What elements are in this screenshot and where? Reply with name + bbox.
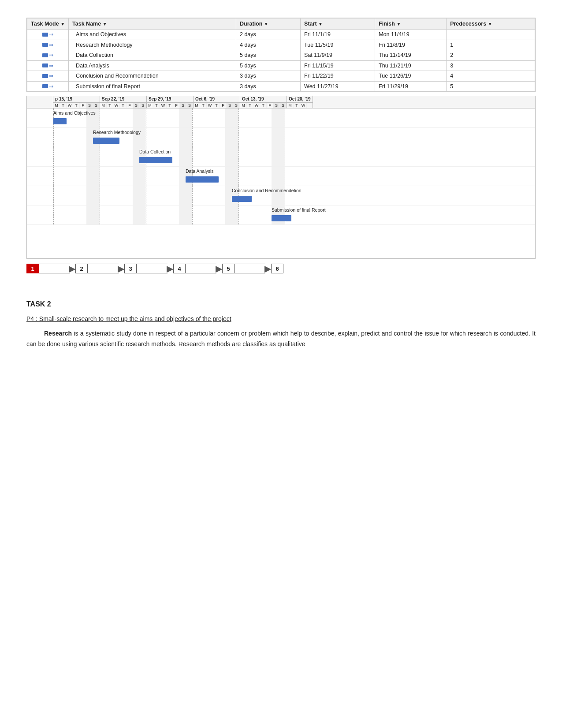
task-mode-cell: ⇒ [27,60,69,71]
col-header-predecessors[interactable]: Predecessors ▼ [447,19,535,30]
day-cell: W [113,103,120,108]
start-cell: Fri 11/15/19 [301,60,375,71]
task2-paragraph: Research is a systematic study done in r… [26,329,536,350]
chart-row-left [27,147,53,166]
gantt-bar-label: Submission of final Report [272,207,326,213]
nav-item[interactable]: 2▶ [75,263,124,274]
nav-connector [88,264,119,273]
date-group: Sep 22, '19MTWTFSS [100,96,147,108]
task-icon: ⇒ [42,31,53,37]
task2-bold-word: Research [44,330,72,337]
finish-cell: Thu 11/21/19 [375,60,447,71]
navigation-bar: 1▶2▶3▶4▶5▶6 [26,263,536,274]
date-label: Sep 22, '19 [100,96,146,103]
nav-box[interactable]: 4 [173,264,186,273]
gantt-bar-label: Aims and Objectives [53,110,96,116]
date-label: Oct 13, '19 [240,96,287,103]
task2-paragraph-text: is a systematic study done in respect of… [26,330,536,347]
col-header-task-name[interactable]: Task Name ▼ [69,19,236,30]
task-name-cell: Data Collection [69,50,236,61]
date-group: Oct 13, '19MTWTFSS [240,96,287,108]
gantt-bar-label: Data Collection [139,149,171,154]
task2-body: Research is a systematic study done in r… [26,329,536,350]
start-cell: Wed 11/27/19 [301,81,375,92]
day-cell: M [100,103,107,108]
predecessors-cell: 5 [447,81,535,92]
day-cell: T [73,103,80,108]
day-cell: S [227,103,233,108]
day-cell: S [93,103,100,108]
task-icon: ⇒ [42,63,53,69]
col-header-duration[interactable]: Duration ▼ [236,19,300,30]
gantt-bar [53,118,67,124]
nav-item[interactable]: 6 [271,264,283,273]
task-mode-cell: ⇒ [27,50,69,61]
gantt-table-container: Task Mode ▼ Task Name ▼ Duration ▼ Start… [26,18,536,92]
chart-header: p 15, '19MTWTFSSSep 22, '19MTWTFSSSep 29… [27,96,535,108]
chart-header-left [27,96,53,108]
day-cell: S [280,103,287,108]
day-cell: M [287,103,294,108]
gantt-chart: p 15, '19MTWTFSSSep 22, '19MTWTFSSSep 29… [26,96,536,259]
duration-cell: 4 days [236,40,300,50]
chart-row-content: Data Analysis [53,167,535,186]
task-name-cell: Aims and Objectives [69,30,236,40]
day-cell: W [67,103,73,108]
chart-row-left [27,167,53,186]
nav-arrow-icon: ▶ [69,263,75,274]
task2-subtitle: P4 : Small-scale research to meet up the… [26,315,536,322]
nav-item[interactable]: 4▶ [173,263,222,274]
gantt-bar [186,176,219,183]
gantt-bar [232,196,252,202]
nav-connector [137,264,167,273]
table-row: ⇒Conclusion and Recommendetion3 daysFri … [27,71,535,82]
col-header-task-mode[interactable]: Task Mode ▼ [27,19,69,30]
chart-dates: p 15, '19MTWTFSSSep 22, '19MTWTFSSSep 29… [53,96,535,108]
task-mode-cell: ⇒ [27,30,69,40]
date-label: p 15, '19 [53,96,100,103]
day-cell: T [167,103,173,108]
date-group: Sep 29, '19MTWTFSS [147,96,194,108]
chart-row-content: Research Methodology [53,128,535,147]
nav-item[interactable]: 1▶ [26,263,75,274]
nav-item[interactable]: 5▶ [222,263,271,274]
table-row: ⇒Research Methodology4 daysTue 11/5/19Fr… [27,40,535,50]
nav-item[interactable]: 3▶ [124,263,173,274]
day-cell: F [267,103,273,108]
finish-cell: Mon 11/4/19 [375,30,447,40]
finish-cell: Fri 11/8/19 [375,40,447,50]
day-cell: S [186,103,193,108]
duration-cell: 5 days [236,60,300,71]
chart-row-left [27,128,53,147]
predecessors-cell [447,30,535,40]
finish-cell: Thu 11/14/19 [375,50,447,61]
duration-cell: 2 days [236,30,300,40]
day-cell: T [213,103,220,108]
nav-box[interactable]: 2 [75,264,88,273]
nav-box[interactable]: 5 [222,264,234,273]
gantt-bar-label: Conclusion and Recommendetion [232,188,301,193]
chart-row: Research Methodology [27,128,535,147]
start-cell: Fri 11/1/19 [301,30,375,40]
day-cell: S [133,103,140,108]
chart-row: Conclusion and Recommendetion [27,186,535,205]
col-header-finish[interactable]: Finish ▼ [375,19,447,30]
day-cell: T [247,103,253,108]
task2-title: TASK 2 [26,300,536,308]
table-row: ⇒Data Collection5 daysSat 11/9/19Thu 11/… [27,50,535,61]
nav-box[interactable]: 1 [26,264,39,273]
predecessors-cell: 1 [447,40,535,50]
date-group: Oct 6, '19MTWTFSS [194,96,240,108]
task-name-cell: Data Analysis [69,60,236,71]
nav-connector [39,264,70,273]
col-header-start[interactable]: Start ▼ [301,19,375,30]
chart-row: Submission of final Report [27,205,535,225]
start-cell: Tue 11/5/19 [301,40,375,50]
nav-box[interactable]: 3 [124,264,137,273]
task-mode-cell: ⇒ [27,81,69,92]
day-cell: S [233,103,240,108]
predecessors-cell: 3 [447,60,535,71]
day-cell: F [80,103,86,108]
nav-box[interactable]: 6 [271,264,283,273]
duration-cell: 3 days [236,81,300,92]
